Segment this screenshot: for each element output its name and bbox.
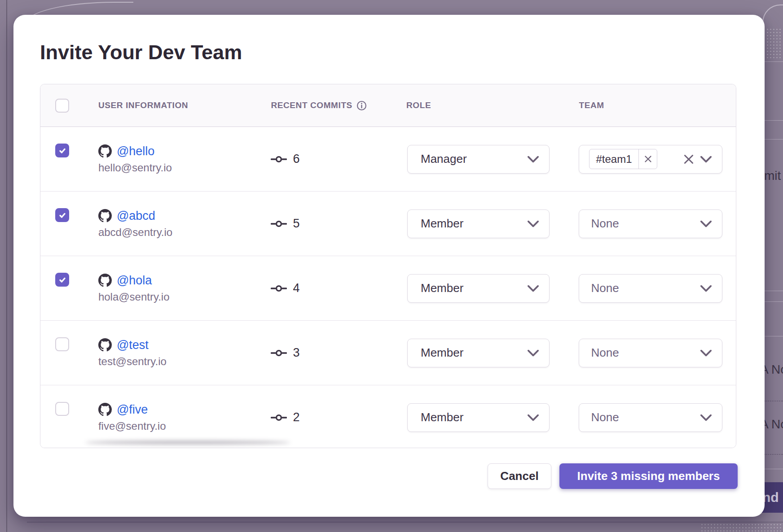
team-select-value: None (579, 217, 619, 231)
team-chip: #team1 (589, 149, 657, 169)
team-cell: None (579, 256, 736, 320)
check-icon (58, 211, 66, 219)
team-select[interactable]: None (579, 274, 722, 303)
role-select-value: Manager (408, 152, 467, 166)
select-all-checkbox[interactable] (55, 99, 69, 113)
invite-members-table: USER INFORMATION RECENT COMMITS ROLE TEA… (40, 84, 736, 448)
user-email: hola@sentry.io (98, 291, 271, 303)
row-checkbox[interactable] (55, 402, 69, 416)
column-header-user: USER INFORMATION (98, 100, 271, 110)
user-email: five@sentry.io (98, 420, 271, 432)
background-dot-texture (766, 28, 782, 59)
row-checkbox[interactable] (55, 337, 69, 351)
team-select[interactable]: None (579, 339, 722, 367)
role-cell: Member (406, 256, 579, 320)
role-select-value: Member (408, 281, 463, 295)
team-select[interactable]: None (579, 209, 722, 238)
background-row-divider (763, 291, 783, 291)
role-select[interactable]: Member (407, 274, 550, 303)
invite-members-button[interactable]: Invite 3 missing members (559, 463, 738, 489)
team-select-value: None (579, 281, 619, 295)
user-info-cell: @five five@sentry.io (98, 385, 271, 448)
team-cell: None (579, 321, 736, 385)
role-select[interactable]: Member (407, 339, 550, 367)
background-dot-texture (700, 523, 783, 532)
team-select-value: None (579, 410, 619, 424)
background-button-label: nd (762, 490, 779, 505)
role-select-value: Member (408, 410, 463, 424)
recent-commits-cell: 5 (271, 192, 406, 256)
background-page-edge (27, 522, 783, 523)
table-row: @abcd abcd@sentry.io 5 Member None (40, 192, 736, 256)
chevron-down-icon (527, 414, 539, 421)
header-checkbox-cell (40, 99, 98, 113)
background-row-divider (763, 139, 783, 140)
background-text-fragment: mit (764, 169, 781, 183)
row-checkbox-cell (40, 192, 98, 256)
column-header-role: ROLE (406, 100, 431, 110)
user-info-cell: @hello hello@sentry.io (98, 127, 271, 191)
user-line: @test (98, 338, 271, 352)
team-select[interactable]: None (579, 403, 722, 432)
chevron-down-icon (527, 285, 539, 292)
user-email: test@sentry.io (98, 355, 271, 368)
table-header-row: USER INFORMATION RECENT COMMITS ROLE TEA… (40, 84, 736, 127)
row-checkbox[interactable] (55, 208, 69, 222)
github-username-link[interactable]: @abcd (117, 209, 155, 223)
github-icon (98, 338, 112, 352)
remove-team-icon[interactable] (639, 149, 657, 169)
user-email: abcd@sentry.io (98, 226, 271, 239)
modal-footer: Cancel Invite 3 missing members (488, 463, 738, 489)
invite-dev-team-modal: Invite Your Dev Team USER INFORMATION RE… (13, 15, 765, 517)
user-line: @abcd (98, 209, 271, 223)
row-checkbox-cell (40, 256, 98, 320)
table-row: @five five@sentry.io 2 Member None (40, 385, 736, 448)
row-checkbox[interactable] (55, 144, 69, 157)
header-user-cell: USER INFORMATION (98, 100, 271, 110)
role-select[interactable]: Manager (407, 145, 550, 174)
chevron-down-icon (700, 414, 712, 421)
background-sidebar-edge (6, 0, 7, 532)
user-info-cell: @hola hola@sentry.io (98, 256, 271, 320)
chevron-down-icon (527, 349, 539, 357)
chevron-down-icon (700, 156, 712, 163)
github-icon (98, 274, 112, 287)
github-username-link[interactable]: @hola (117, 274, 152, 288)
table-row: @hola hola@sentry.io 4 Member None (40, 256, 736, 321)
recent-commits-cell: 4 (271, 256, 406, 320)
commit-count: 2 (293, 410, 299, 424)
role-select[interactable]: Member (407, 209, 550, 238)
chevron-down-icon (700, 285, 712, 292)
git-commit-icon (271, 284, 287, 293)
git-commit-icon (271, 413, 287, 422)
github-username-link[interactable]: @five (117, 403, 148, 417)
row-checkbox-cell (40, 127, 98, 191)
cancel-button[interactable]: Cancel (488, 463, 551, 489)
commit-count: 3 (293, 346, 299, 360)
table-row: @hello hello@sentry.io 6 Manager (40, 127, 736, 192)
user-line: @five (98, 403, 271, 417)
row-checkbox-cell (40, 321, 98, 385)
role-select[interactable]: Member (407, 403, 550, 432)
column-header-team: TEAM (579, 100, 604, 110)
table-body: @hello hello@sentry.io 6 Manager (40, 127, 736, 448)
user-info-cell: @test test@sentry.io (98, 321, 271, 385)
team-cell: None (579, 192, 736, 256)
git-commit-icon (271, 219, 287, 228)
recent-commits-cell: 6 (271, 127, 406, 191)
info-icon[interactable] (356, 100, 367, 111)
header-commits-cell: RECENT COMMITS (271, 100, 406, 111)
github-username-link[interactable]: @hello (117, 144, 154, 158)
github-username-link[interactable]: @test (117, 338, 149, 352)
commit-count: 5 (293, 217, 299, 231)
row-checkbox[interactable] (55, 273, 69, 287)
check-icon (58, 276, 66, 284)
team-chip-label: #team1 (589, 149, 638, 169)
page-title: Invite Your Dev Team (40, 41, 242, 64)
clear-team-icon[interactable] (683, 154, 694, 165)
team-cell: None (579, 385, 736, 448)
recent-commits-cell: 2 (271, 385, 406, 448)
header-team-cell: TEAM (579, 100, 736, 110)
team-select[interactable]: #team1 (579, 145, 722, 174)
background-row-divider (763, 401, 783, 401)
